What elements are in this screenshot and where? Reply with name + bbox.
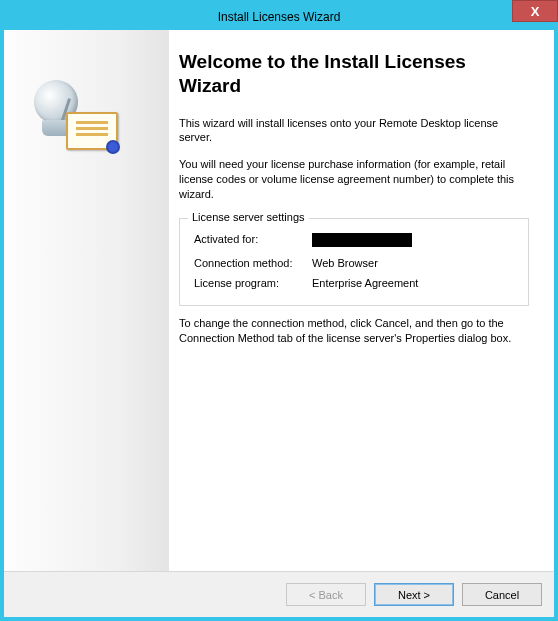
cancel-button[interactable]: Cancel xyxy=(462,583,542,606)
connection-method-value: Web Browser xyxy=(312,257,514,269)
connection-method-label: Connection method: xyxy=(194,257,312,269)
connection-note: To change the connection method, click C… xyxy=(179,316,529,346)
main-panel: Welcome to the Install Licenses Wizard T… xyxy=(4,30,554,571)
setting-row-program: License program: Enterprise Agreement xyxy=(194,273,514,293)
page-heading: Welcome to the Install Licenses Wizard xyxy=(179,50,529,98)
intro-text-2: You will need your license purchase info… xyxy=(179,157,529,202)
close-icon: X xyxy=(531,4,540,19)
titlebar: Install Licenses Wizard X xyxy=(4,4,554,30)
setting-row-connection: Connection method: Web Browser xyxy=(194,253,514,273)
license-program-value: Enterprise Agreement xyxy=(312,277,514,289)
activated-for-value xyxy=(312,233,514,249)
wizard-body: Welcome to the Install Licenses Wizard T… xyxy=(169,30,554,571)
close-button[interactable]: X xyxy=(512,0,558,22)
activated-for-label: Activated for: xyxy=(194,233,312,249)
window-title: Install Licenses Wizard xyxy=(218,10,341,24)
next-button[interactable]: Next > xyxy=(374,583,454,606)
redacted-value xyxy=(312,233,412,247)
wizard-sidebar xyxy=(4,30,169,571)
wizard-graphic-icon xyxy=(34,80,124,160)
wizard-footer: < Back Next > Cancel xyxy=(4,571,554,617)
wizard-window: Install Licenses Wizard X Welcome to the… xyxy=(0,0,558,621)
setting-row-activated: Activated for: xyxy=(194,229,514,253)
intro-text-1: This wizard will install licenses onto y… xyxy=(179,116,529,146)
license-program-label: License program: xyxy=(194,277,312,289)
back-button: < Back xyxy=(286,583,366,606)
content-area: Welcome to the Install Licenses Wizard T… xyxy=(4,30,554,617)
license-server-settings-group: License server settings Activated for: C… xyxy=(179,218,529,306)
settings-legend: License server settings xyxy=(188,211,309,223)
